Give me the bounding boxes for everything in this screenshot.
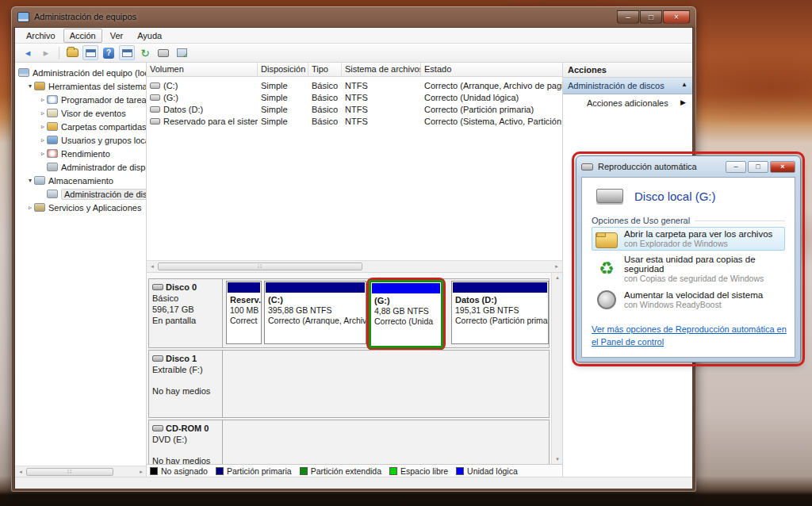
tree-item-herramientas[interactable]: ▾ Herramientas del sistema	[15, 79, 146, 93]
legend-swatch	[456, 467, 464, 475]
disk-1-label[interactable]: Disco 1 Extraíble (F:) No hay medios	[149, 351, 223, 417]
option-use-backup[interactable]: ♻ Usar esta unidad para copias de seguri…	[592, 252, 785, 286]
partition-color-strip	[228, 282, 260, 293]
console-tree-toggle-icon[interactable]	[64, 45, 80, 60]
performance-icon	[47, 149, 58, 158]
scroll-left-icon[interactable]: ◂	[147, 263, 158, 270]
disk-1-row: Disco 1 Extraíble (F:) No hay medios	[148, 350, 550, 418]
autoplay-body: Disco local (G:) Opciones de Uso general…	[581, 177, 795, 358]
scroll-left-icon[interactable]: ◂	[15, 469, 26, 475]
tree-item-administracion-discos[interactable]: Administración de disco	[15, 187, 146, 201]
minimize-button[interactable]: –	[726, 161, 746, 173]
toolbar: ◂ ▸ ? ↻	[15, 44, 692, 63]
menu-bar: Archivo Acción Ver Ayuda	[15, 28, 692, 44]
menu-accion[interactable]: Acción	[63, 29, 102, 43]
column-sistema-archivos[interactable]: Sistema de archivos	[342, 63, 421, 76]
autoplay-more-options-link[interactable]: Ver más opciones de Reproducción automát…	[592, 324, 790, 349]
backup-icon: ♻	[596, 259, 618, 279]
collapsed-icon[interactable]: ▹	[26, 204, 34, 211]
collapsed-icon[interactable]: ▹	[39, 150, 47, 157]
scroll-up-icon[interactable]: ▴	[552, 274, 562, 281]
tree-item-administrador-dispositivos[interactable]: Administrador de dispo	[15, 160, 146, 174]
help-icon[interactable]: ?	[101, 45, 117, 60]
autoplay-titlebar[interactable]: Reproducción automática – □ ×	[576, 156, 800, 177]
volume-horizontal-scrollbar[interactable]: ◂ ▸	[147, 260, 562, 273]
disk-properties-icon[interactable]	[155, 45, 171, 60]
table-row[interactable]: Reservado para el sistema Simple Básico …	[147, 115, 562, 127]
computer-icon	[18, 68, 29, 77]
manage-icon[interactable]	[174, 45, 190, 60]
tree-item-carpetas[interactable]: ▹ Carpetas compartidas	[15, 120, 146, 133]
menu-ver[interactable]: Ver	[104, 29, 130, 43]
scrollbar-thumb[interactable]	[158, 263, 362, 270]
task-scheduler-icon	[47, 95, 58, 104]
scroll-right-icon[interactable]: ▸	[136, 469, 147, 475]
partition-g[interactable]: (G:) 4,88 GB NTFS Correcto (Unida	[371, 283, 441, 328]
collapsed-icon[interactable]: ▹	[39, 96, 47, 103]
drive-icon	[150, 94, 160, 101]
expanded-icon[interactable]: ▾	[26, 82, 34, 90]
autoplay-title: Reproducción automática	[598, 162, 697, 171]
close-button[interactable]: ×	[663, 10, 690, 24]
menu-archivo[interactable]: Archivo	[20, 29, 62, 43]
table-row[interactable]: (C:) Simple Básico NTFS Correcto (Arranq…	[147, 79, 562, 91]
legend-item: Partición primaria	[216, 466, 292, 476]
tree-item-programador[interactable]: ▹ Programador de tareas	[15, 93, 146, 106]
collapsed-icon[interactable]: ▹	[39, 136, 47, 144]
actions-item-additional[interactable]: Acciones adicionales ▶	[563, 94, 692, 112]
window-title: Administración de equipos	[34, 12, 136, 21]
scroll-down-icon[interactable]: ▾	[552, 456, 562, 462]
readyboost-icon	[596, 289, 618, 310]
column-volumen[interactable]: Volumen	[147, 63, 258, 76]
close-button[interactable]: ×	[770, 161, 795, 173]
volume-table-header: Volumen Disposición Tipo Sistema de arch…	[147, 63, 562, 77]
tree-item-almacenamiento[interactable]: ▾ Almacenamiento	[15, 174, 146, 187]
drive-icon	[150, 106, 160, 113]
partition-datos[interactable]: Datos (D:) 195,31 GB NTFS Correcto (Part…	[451, 281, 549, 344]
menu-ayuda[interactable]: Ayuda	[131, 29, 168, 43]
tools-icon	[34, 82, 45, 90]
diskview-vertical-scrollbar[interactable]: ▴ ▾	[551, 273, 562, 464]
tree-item-equipo[interactable]: Administración del equipo (loc	[15, 66, 146, 79]
tree-item-visor[interactable]: ▹ Visor de eventos	[15, 106, 146, 120]
disk-0-partitions: Reserv. 100 MB Correct (C:) 3	[224, 279, 549, 347]
column-disposicion[interactable]: Disposición	[258, 63, 308, 76]
minimize-button[interactable]: –	[617, 10, 639, 24]
table-row[interactable]: Datos (D:) Simple Básico NTFS Correcto (…	[147, 103, 562, 115]
column-tipo[interactable]: Tipo	[308, 63, 342, 76]
collapsed-icon[interactable]: ▹	[39, 123, 47, 130]
cdrom-0-label[interactable]: CD-ROM 0 DVD (E:) No hay medios	[149, 420, 223, 464]
partition-c[interactable]: (C:) 395,88 GB NTFS Correcto (Arranque, …	[264, 281, 366, 344]
status-bar	[15, 477, 692, 489]
tree-horizontal-scrollbar[interactable]: ◂ ▸	[15, 466, 147, 477]
maximize-button[interactable]: □	[640, 10, 662, 24]
disk-0-label[interactable]: Disco 0 Básico 596,17 GB En pantalla	[149, 279, 223, 347]
maximize-button[interactable]: □	[748, 161, 768, 173]
expanded-icon[interactable]: ▾	[26, 177, 34, 184]
scrollbar-thumb[interactable]	[26, 468, 113, 476]
collapse-arrow-icon[interactable]: ▲	[681, 81, 688, 90]
scroll-right-icon[interactable]: ▸	[551, 263, 562, 270]
autoplay-heading: Disco local (G:)	[634, 190, 716, 203]
partition-reserved[interactable]: Reserv. 100 MB Correct	[226, 281, 262, 344]
actions-group-disk-management[interactable]: Administración de discos ▲	[563, 78, 692, 94]
column-estado[interactable]: Estado	[421, 63, 562, 76]
drive-icon	[150, 118, 160, 125]
option-readyboost[interactable]: Aumentar la velocidad del sistema con Wi…	[592, 287, 785, 312]
console-window-icon[interactable]	[82, 45, 98, 60]
legend-item: Partición extendida	[300, 466, 381, 476]
forward-icon[interactable]: ▸	[38, 45, 54, 60]
partition-color-strip	[372, 283, 440, 293]
tree-item-rendimiento[interactable]: ▹ Rendimiento	[15, 147, 146, 160]
tree-item-servicios[interactable]: ▹ Servicios y Aplicaciones	[15, 201, 146, 214]
window-titlebar[interactable]: Administración de equipos – □ ×	[11, 6, 696, 27]
legend-swatch	[389, 467, 397, 475]
back-icon[interactable]: ◂	[20, 45, 36, 60]
collapsed-icon[interactable]: ▹	[39, 109, 47, 117]
tree-item-usuarios[interactable]: ▹ Usuarios y grupos local	[15, 133, 146, 147]
option-open-folder[interactable]: Abrir la carpeta para ver los archivos c…	[592, 227, 785, 251]
action-pane-toggle-icon[interactable]	[119, 45, 135, 60]
refresh-icon[interactable]: ↻	[137, 45, 153, 60]
table-row[interactable]: (G:) Simple Básico NTFS Correcto (Unidad…	[147, 91, 562, 103]
disk-graphical-view: Disco 0 Básico 596,17 GB En pantalla Res…	[147, 273, 562, 464]
